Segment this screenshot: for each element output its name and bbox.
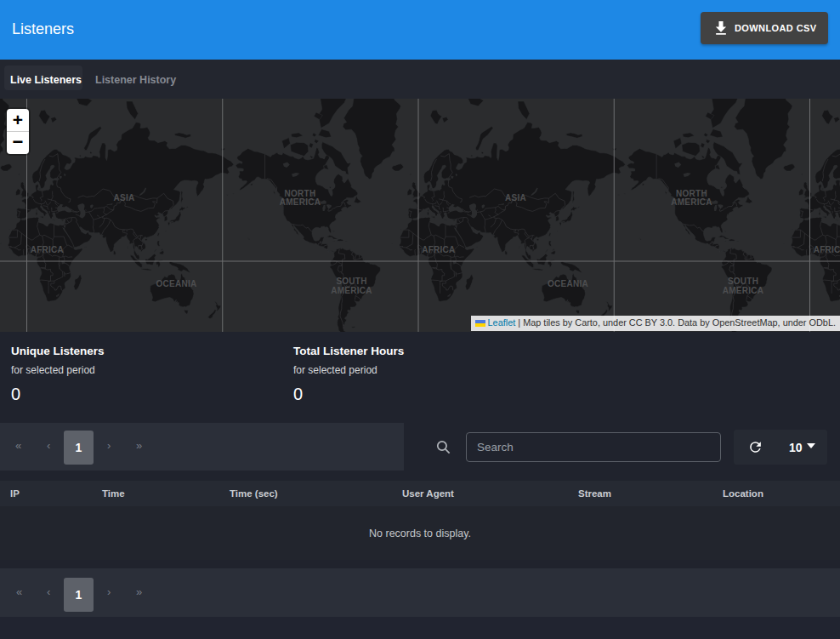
svg-text:AMERICA: AMERICA — [671, 197, 712, 207]
svg-text:AFRICA: AFRICA — [422, 245, 455, 254]
svg-text:ASIA: ASIA — [505, 193, 526, 203]
svg-text:AMERICA: AMERICA — [723, 286, 763, 295]
svg-text:OCEANIA: OCEANIA — [548, 279, 588, 288]
svg-text:SOUTH: SOUTH — [728, 277, 758, 286]
